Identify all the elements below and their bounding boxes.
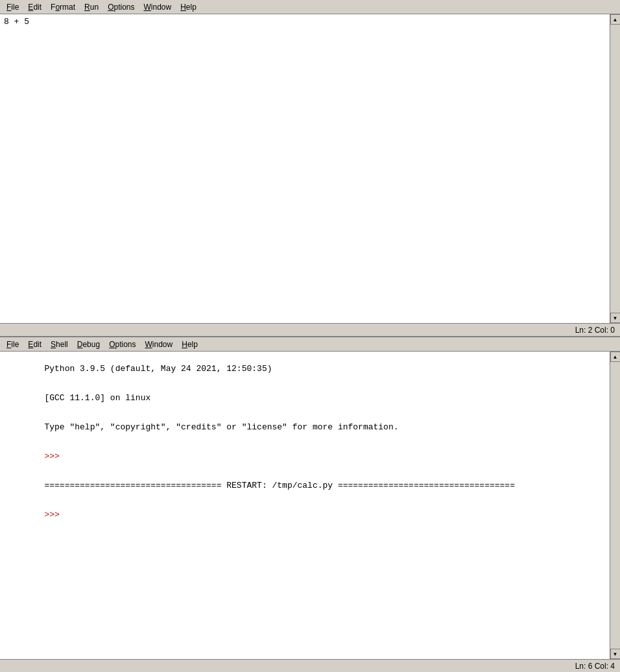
- editor-status-text: Ln: 2 Col: 0: [575, 326, 615, 335]
- shell-scroll-down-arrow[interactable]: ▼: [610, 649, 621, 659]
- editor-scroll-track[interactable]: [610, 25, 620, 313]
- editor-code: 8 + 5: [4, 17, 29, 27]
- shell-prompt-1: >>>: [44, 451, 59, 461]
- editor-menu-run[interactable]: Run: [80, 1, 102, 13]
- shell-gcc-info: [GCC 11.1.0] on linux: [44, 393, 150, 403]
- shell-status-bar: Ln: 6 Col: 4: [0, 659, 620, 672]
- editor-pane: File Edit Format Run Options Window Help…: [0, 0, 620, 337]
- shell-prompt-2: >>>: [44, 510, 59, 520]
- editor-menu-options[interactable]: Options: [104, 1, 138, 13]
- editor-menu-format[interactable]: Format: [47, 1, 79, 13]
- shell-python-version: Python 3.9.5 (default, May 24 2021, 12:5…: [44, 364, 272, 374]
- shell-pane: File Edit Shell Debug Options Window Hel…: [0, 337, 620, 672]
- shell-vertical-scrollbar[interactable]: ▲ ▼: [610, 352, 620, 659]
- editor-menubar: File Edit Format Run Options Window Help: [0, 0, 620, 14]
- shell-menu-window[interactable]: Window: [141, 339, 177, 350]
- shell-scroll-track[interactable]: [610, 362, 620, 649]
- editor-menu-window[interactable]: Window: [140, 1, 176, 13]
- shell-content-area[interactable]: Python 3.9.5 (default, May 24 2021, 12:5…: [0, 352, 620, 659]
- shell-menubar: File Edit Shell Debug Options Window Hel…: [0, 337, 620, 352]
- shell-menu-shell[interactable]: Shell: [47, 339, 72, 350]
- editor-menu-edit[interactable]: Edit: [24, 1, 45, 13]
- editor-vertical-scrollbar[interactable]: ▲ ▼: [610, 14, 620, 323]
- editor-content-area[interactable]: 8 + 5 ▲ ▼: [0, 14, 620, 323]
- main-window: File Edit Format Run Options Window Help…: [0, 0, 620, 672]
- editor-scroll-up-arrow[interactable]: ▲: [610, 14, 621, 25]
- shell-menu-file[interactable]: File: [3, 339, 23, 350]
- shell-menu-debug[interactable]: Debug: [73, 339, 104, 350]
- editor-status-bar: Ln: 2 Col: 0: [0, 323, 620, 336]
- shell-menu-edit[interactable]: Edit: [24, 339, 45, 350]
- shell-scroll-up-arrow[interactable]: ▲: [610, 352, 621, 362]
- editor-menu-file[interactable]: File: [3, 1, 23, 13]
- shell-status-text: Ln: 6 Col: 4: [575, 662, 615, 671]
- editor-menu-help[interactable]: Help: [176, 1, 200, 13]
- shell-output: Python 3.9.5 (default, May 24 2021, 12:5…: [4, 354, 515, 529]
- shell-menu-options[interactable]: Options: [105, 339, 139, 350]
- shell-help-text: Type "help", "copyright", "credits" or "…: [44, 422, 398, 432]
- editor-scroll-down-arrow[interactable]: ▼: [610, 313, 621, 323]
- shell-restart-line: =================================== REST…: [44, 481, 515, 490]
- shell-menu-help[interactable]: Help: [178, 339, 202, 350]
